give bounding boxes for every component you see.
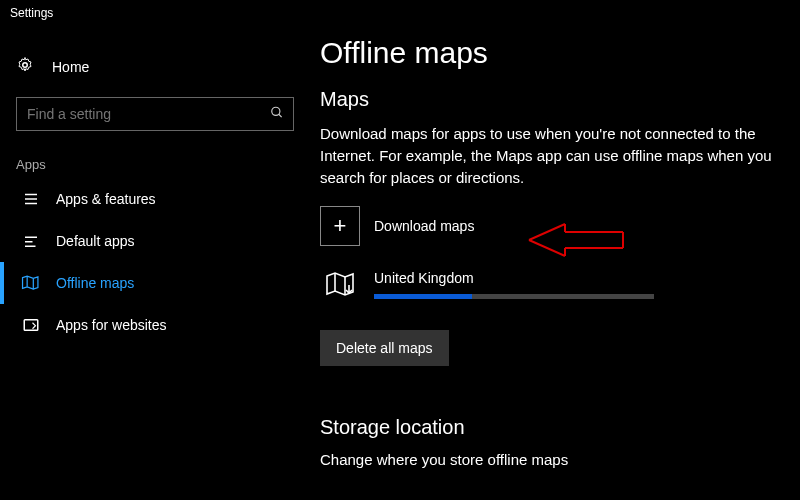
link-icon (20, 316, 42, 334)
download-maps-button[interactable]: + Download maps (320, 206, 790, 246)
sidebar-item-apps-websites[interactable]: Apps for websites (0, 304, 310, 346)
sidebar-item-apps-features[interactable]: Apps & features (0, 178, 310, 220)
maps-heading: Maps (320, 88, 790, 111)
map-icon (320, 264, 360, 304)
svg-point-0 (23, 63, 28, 68)
sidebar-item-label: Offline maps (56, 275, 134, 291)
sidebar-item-offline-maps[interactable]: Offline maps (0, 262, 310, 304)
svg-line-2 (279, 114, 282, 117)
download-progress-fill (374, 294, 472, 299)
sidebar-item-default-apps[interactable]: Default apps (0, 220, 310, 262)
plus-icon: + (320, 206, 360, 246)
map-download-row[interactable]: United Kingdom (320, 264, 790, 304)
svg-point-1 (272, 107, 280, 115)
search-box[interactable] (16, 97, 294, 131)
page-title: Offline maps (320, 36, 790, 70)
defaults-icon (20, 232, 42, 250)
home-label: Home (52, 59, 89, 75)
list-icon (20, 190, 42, 208)
storage-description: Change where you store offline maps (320, 451, 790, 468)
gear-icon (16, 56, 38, 77)
map-download-icon (20, 274, 42, 292)
svg-rect-11 (24, 320, 38, 331)
storage-heading: Storage location (320, 416, 790, 439)
map-name: United Kingdom (374, 270, 654, 286)
maps-description: Download maps for apps to use when you'r… (320, 123, 780, 188)
download-maps-label: Download maps (374, 218, 474, 234)
search-input[interactable] (16, 97, 294, 131)
delete-all-maps-button[interactable]: Delete all maps (320, 330, 449, 366)
download-progress (374, 294, 654, 299)
window-title: Settings (0, 0, 800, 26)
main-panel: Offline maps Maps Download maps for apps… (310, 26, 800, 500)
sidebar-section-label: Apps (0, 151, 310, 178)
sidebar-item-label: Apps for websites (56, 317, 167, 333)
sidebar-item-label: Apps & features (56, 191, 156, 207)
sidebar-item-label: Default apps (56, 233, 135, 249)
sidebar: Home Apps Apps & features (0, 26, 310, 500)
home-button[interactable]: Home (0, 46, 310, 87)
search-icon (270, 106, 284, 123)
